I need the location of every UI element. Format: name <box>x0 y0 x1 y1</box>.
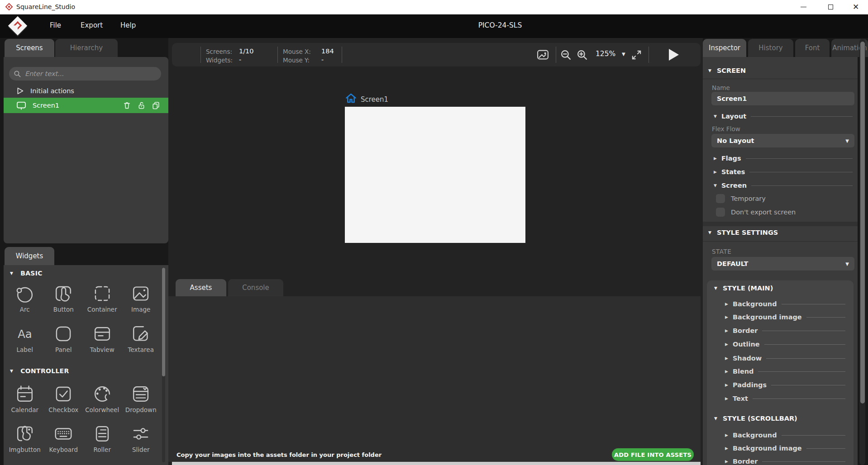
chevron-down-icon: ▼ <box>845 138 849 143</box>
widget-dropdown[interactable]: Dropdown <box>122 383 161 422</box>
flex-flow-dropdown[interactable]: No Layout ▼ <box>711 134 854 147</box>
widget-label: Label <box>17 346 33 353</box>
layout-collapsible[interactable]: ▼ Layout <box>714 113 853 120</box>
style-scrollbar-header[interactable]: ▼ STYLE (SCROLLBAR) <box>714 415 797 422</box>
style-row-sb-background-image[interactable]: ▶Background image <box>725 445 845 452</box>
section-style-settings[interactable]: ▼ STYLE SETTINGS <box>708 229 778 236</box>
canvas-screen-label: Screen1 <box>361 95 388 104</box>
style-row-blend[interactable]: ▶Blend <box>725 368 845 375</box>
style-row-border[interactable]: ▶Border <box>725 327 845 334</box>
style-row-outline[interactable]: ▶Outline <box>725 341 845 348</box>
collapse-triangle-icon: ▶ <box>725 369 728 374</box>
flags-collapsible[interactable]: ▶ Flags <box>714 155 853 162</box>
screenshot-icon[interactable] <box>537 49 549 61</box>
mouse-y-label: Mouse Y: <box>283 57 310 64</box>
widget-checkbox[interactable]: Checkbox <box>44 383 83 422</box>
screen-item-label: Screen1 <box>33 102 59 109</box>
states-collapsible[interactable]: ▶ States <box>714 168 853 176</box>
initial-actions-item[interactable]: Initial actions <box>16 85 74 97</box>
widget-slider[interactable]: Slider <box>122 422 161 462</box>
style-row-text[interactable]: ▶Text <box>725 395 845 402</box>
add-file-into-assets-button[interactable]: ADD FILE INTO ASSETS <box>612 448 694 461</box>
state-dropdown[interactable]: DEFAULT ▼ <box>711 257 854 270</box>
tab-font[interactable]: Font <box>795 39 830 57</box>
title-bar: SquareLine_Studio ✕ <box>0 0 868 14</box>
widget-label: Panel <box>55 346 72 353</box>
zoom-level-value[interactable]: 125% <box>596 50 615 58</box>
group-header-basic[interactable]: ▼ BASIC <box>10 270 43 277</box>
screen-name-input[interactable] <box>717 95 849 102</box>
collapse-triangle-icon: ▼ <box>10 271 13 275</box>
delete-screen-icon[interactable] <box>123 101 131 110</box>
widget-panel[interactable]: Panel <box>44 323 83 363</box>
widget-calendar[interactable]: Calendar <box>5 383 44 422</box>
collapse-triangle-icon: ▶ <box>725 302 728 306</box>
tab-hierarchy[interactable]: Hierarchy <box>55 39 118 57</box>
dont-export-option[interactable]: Don't export screen <box>716 208 796 217</box>
tab-assets[interactable]: Assets <box>176 279 226 296</box>
group-header-controller[interactable]: ▼ CONTROLLER <box>10 367 69 375</box>
screen-name-field[interactable] <box>711 92 854 105</box>
maximize-button[interactable] <box>820 0 841 14</box>
widget-button[interactable]: Button <box>44 282 83 323</box>
tab-history[interactable]: History <box>748 39 793 57</box>
widget-container[interactable]: Container <box>83 282 122 323</box>
calendar-icon <box>14 384 35 404</box>
widget-keyboard[interactable]: Keyboard <box>44 422 83 462</box>
widget-tabview[interactable]: Tabview <box>83 323 122 363</box>
style-main-header[interactable]: ▼ STYLE (MAIN) <box>714 285 773 292</box>
dont-export-checkbox[interactable] <box>716 208 725 217</box>
widget-label: Dropdown <box>125 406 157 413</box>
zoom-out-icon[interactable] <box>560 49 572 61</box>
minimize-button[interactable] <box>793 0 814 14</box>
widget-textarea[interactable]: Textarea <box>122 323 161 363</box>
search-input[interactable] <box>25 70 157 77</box>
widget-arc[interactable]: Arc <box>5 282 44 323</box>
inspector-scrollbar[interactable] <box>859 39 865 465</box>
home-screen-icon[interactable] <box>345 93 357 104</box>
close-button[interactable]: ✕ <box>845 0 866 14</box>
screens-search[interactable] <box>9 67 161 81</box>
screen1-design-surface[interactable] <box>345 107 525 243</box>
widget-colorwheel[interactable]: Colorwheel <box>83 383 122 422</box>
style-row-shadow[interactable]: ▶Shadow <box>725 355 845 362</box>
widget-image[interactable]: Image <box>122 282 161 323</box>
widgets-scrollbar[interactable] <box>162 268 165 462</box>
inspector-scrollbar-thumb[interactable] <box>860 42 865 403</box>
widget-imgbutton[interactable]: Imgbutton <box>5 422 44 462</box>
style-row-sb-border[interactable]: ▶Border <box>725 458 845 465</box>
run-play-icon[interactable] <box>668 48 679 61</box>
unlock-screen-icon[interactable] <box>137 101 146 110</box>
style-row-background[interactable]: ▶Background <box>725 300 845 308</box>
tab-console[interactable]: Console <box>228 279 283 296</box>
app-logo-icon <box>5 3 13 11</box>
style-row-paddings[interactable]: ▶Paddings <box>725 381 845 389</box>
style-row-sb-background[interactable]: ▶Background <box>725 432 845 439</box>
style-row-background-image[interactable]: ▶Background image <box>725 313 845 321</box>
menu-help[interactable]: Help <box>120 21 136 29</box>
menu-file[interactable]: File <box>50 21 61 29</box>
fit-zoom-icon[interactable] <box>630 49 643 61</box>
widget-label-widget[interactable]: Aa Label <box>5 323 44 363</box>
collapse-triangle-icon: ▼ <box>714 114 717 119</box>
widget-roller[interactable]: Roller <box>83 422 122 462</box>
widgets-scrollbar-thumb[interactable] <box>162 268 165 376</box>
section-screen[interactable]: ▼ SCREEN <box>708 67 746 74</box>
temporary-option[interactable]: Temporary <box>716 194 766 203</box>
tab-screens[interactable]: Screens <box>5 39 54 57</box>
duplicate-screen-icon[interactable] <box>152 101 160 110</box>
temporary-checkbox[interactable] <box>716 194 725 203</box>
zoom-dropdown-caret-icon[interactable]: ▼ <box>622 52 625 57</box>
zoom-in-icon[interactable] <box>577 49 588 61</box>
menu-export[interactable]: Export <box>81 21 103 29</box>
chevron-down-icon: ▼ <box>845 261 849 266</box>
tab-widgets[interactable]: Widgets <box>5 247 54 265</box>
screen-collapsible[interactable]: ▼ Screen <box>714 182 853 189</box>
assets-panel-body[interactable] <box>168 296 701 462</box>
screens-count-label: Screens: <box>206 48 232 55</box>
collapse-triangle-icon: ▶ <box>725 315 728 319</box>
assets-horizontal-scrollbar[interactable] <box>172 462 701 465</box>
widget-label: Calendar <box>11 406 38 413</box>
tab-inspector[interactable]: Inspector <box>703 39 746 57</box>
screen-list-item-screen1[interactable]: Screen1 <box>4 98 168 113</box>
